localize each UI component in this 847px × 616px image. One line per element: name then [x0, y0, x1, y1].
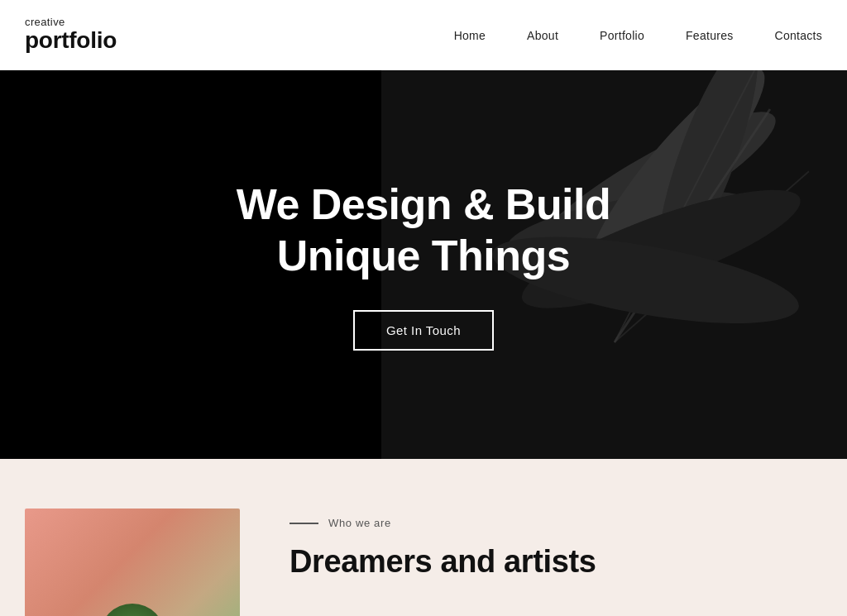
nav-about[interactable]: About: [527, 29, 558, 42]
about-image-plant: [99, 604, 165, 616]
nav-features[interactable]: Features: [686, 29, 734, 42]
nav-portfolio[interactable]: Portfolio: [600, 29, 644, 42]
nav-home[interactable]: Home: [454, 29, 486, 42]
about-text: Who we are Dreamers and artists: [290, 509, 822, 580]
logo-small: creative: [25, 17, 117, 28]
hero-title: We Design & Build Unique Things: [237, 179, 610, 282]
hero-title-line1: We Design & Build: [237, 180, 610, 228]
hero-content: We Design & Build Unique Things Get In T…: [237, 179, 610, 351]
about-label-text: Who we are: [328, 517, 391, 529]
get-in-touch-button[interactable]: Get In Touch: [353, 310, 494, 351]
hero-section: We Design & Build Unique Things Get In T…: [0, 70, 847, 459]
hero-title-line2: Unique Things: [277, 232, 570, 279]
about-label: Who we are: [290, 517, 822, 529]
about-section: Who we are Dreamers and artists: [0, 459, 847, 616]
about-heading: Dreamers and artists: [290, 544, 822, 580]
nav-contacts[interactable]: Contacts: [775, 29, 823, 42]
about-image: [25, 509, 240, 616]
logo-large: portfolio: [25, 28, 117, 54]
main-nav: Home About Portfolio Features Contacts: [454, 29, 822, 42]
about-label-line: [290, 523, 318, 524]
header: creative portfolio Home About Portfolio …: [0, 0, 847, 70]
logo[interactable]: creative portfolio: [25, 17, 117, 54]
